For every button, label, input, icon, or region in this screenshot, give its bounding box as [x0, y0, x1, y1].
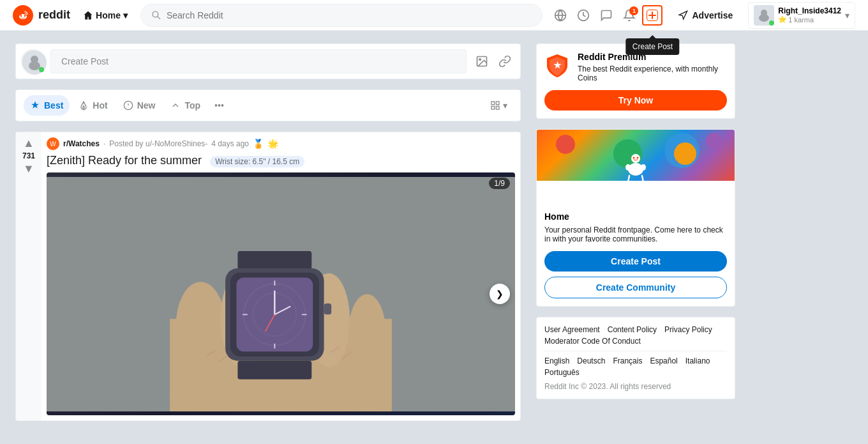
- create-post-icon-btn[interactable]: [642, 5, 662, 26]
- footer-card: User Agreement Content Policy Privacy Po…: [536, 317, 735, 399]
- svg-point-63: [625, 164, 631, 171]
- lang-francais[interactable]: Français: [613, 356, 642, 365]
- chat-icon-btn[interactable]: [596, 5, 617, 26]
- header: reddit Home ▾: [0, 0, 868, 31]
- planet-5: [706, 133, 722, 149]
- popular-icon-btn[interactable]: [550, 5, 571, 26]
- snoo-svg: [623, 153, 648, 181]
- layout-icon: [490, 100, 500, 111]
- home-nav-arrow: ▾: [123, 10, 128, 20]
- search-bar[interactable]: [140, 4, 543, 27]
- image-upload-icon-btn[interactable]: [472, 51, 492, 72]
- image-icon: [475, 55, 488, 68]
- lang-italiano[interactable]: Italiano: [685, 356, 710, 365]
- content-area: Create Post: [0, 31, 536, 444]
- home-card-title: Home: [544, 211, 727, 222]
- link-icon-btn[interactable]: [495, 51, 515, 72]
- create-post-sidebar-button[interactable]: Create Post: [544, 251, 727, 272]
- post-subreddit[interactable]: r/Watches: [63, 139, 100, 148]
- post-title[interactable]: [Zenith] Ready for the summer Wrist size…: [47, 154, 515, 167]
- post-image-container: 1/9 ❯: [47, 172, 515, 415]
- try-now-button[interactable]: Try Now: [544, 90, 727, 111]
- image-next-button[interactable]: ❯: [490, 284, 510, 304]
- search-input[interactable]: [167, 10, 532, 20]
- tab-best[interactable]: Best: [24, 95, 70, 116]
- coins-icon-btn[interactable]: [573, 5, 594, 26]
- svg-point-7: [25, 14, 26, 15]
- svg-text:★: ★: [553, 60, 562, 70]
- user-karma: ⭐ 1 karma: [778, 15, 841, 24]
- user-menu[interactable]: Right_Inside3412 ⭐ 1 karma ▾: [748, 2, 855, 29]
- new-icon: [123, 100, 133, 111]
- post-title-text: [Zenith] Ready for the summer: [47, 154, 202, 167]
- coins-icon: [577, 9, 590, 22]
- advertise-label: Advertise: [692, 10, 733, 20]
- tab-hot[interactable]: Hot: [72, 95, 114, 116]
- search-icon: [151, 10, 161, 20]
- svg-point-38: [348, 294, 385, 368]
- watch-image-svg: [47, 177, 515, 411]
- home-icon: [83, 10, 93, 20]
- tab-best-label: Best: [44, 100, 63, 111]
- advertise-button[interactable]: Advertise: [670, 6, 740, 24]
- upvote-button[interactable]: ▲: [23, 137, 34, 149]
- vote-count: 731: [22, 151, 35, 160]
- tab-top[interactable]: Top: [164, 95, 207, 116]
- premium-shield-icon: ★: [544, 52, 570, 77]
- logo[interactable]: reddit: [13, 5, 70, 26]
- tab-new[interactable]: New: [117, 95, 162, 116]
- create-post-avatar: [21, 49, 45, 73]
- header-icons: 1 Create Post: [550, 5, 662, 26]
- svg-point-5: [26, 13, 27, 14]
- footer-languages: English Deutsch Français Español Italian…: [544, 356, 727, 377]
- home-card: Home Your personal Reddit frontpage. Com…: [536, 129, 735, 307]
- footer-user-agreement[interactable]: User Agreement: [544, 325, 600, 334]
- lang-espanol[interactable]: Español: [650, 356, 677, 365]
- snoo-home: [623, 153, 648, 181]
- footer-copyright: Reddit Inc © 2023. All rights reserved: [544, 382, 727, 391]
- home-card-description: Your personal Reddit frontpage. Come her…: [544, 226, 727, 243]
- svg-rect-39: [237, 250, 311, 269]
- footer-privacy-policy[interactable]: Privacy Policy: [664, 325, 712, 334]
- home-card-content: Home Your personal Reddit frontpage. Com…: [537, 181, 735, 306]
- svg-point-60: [633, 157, 635, 159]
- username: Right_Inside3412: [778, 6, 841, 15]
- svg-rect-53: [237, 360, 311, 379]
- downvote-button[interactable]: ▼: [23, 163, 34, 174]
- lang-deutsch[interactable]: Deutsch: [577, 356, 605, 365]
- tab-more[interactable]: •••: [209, 95, 229, 116]
- view-toggle-arrow: ▾: [503, 100, 507, 111]
- lang-english[interactable]: English: [544, 356, 569, 365]
- lang-portugues[interactable]: Português: [544, 368, 580, 377]
- post-posted-by: Posted by u/-NoMoreShines-: [109, 139, 207, 148]
- plus-icon: [647, 10, 658, 21]
- svg-point-64: [641, 164, 646, 171]
- post-separator: ·: [103, 139, 105, 148]
- post-image[interactable]: [47, 172, 515, 415]
- create-post-tooltip: Create Post: [626, 38, 679, 55]
- create-post-input[interactable]: Create Post: [50, 49, 467, 73]
- post-time: 4 days ago: [211, 139, 249, 148]
- reddit-logo-icon: [13, 5, 33, 26]
- create-community-button[interactable]: Create Community: [544, 277, 727, 298]
- best-icon: [30, 100, 40, 111]
- planet-1: [556, 135, 575, 154]
- post-flair[interactable]: Wrist size: 6.5" / 16.5 cm: [210, 156, 304, 167]
- create-post-actions: [472, 51, 515, 72]
- notifications-icon-btn[interactable]: 1: [619, 5, 640, 26]
- feed-tabs: Best Hot New T: [15, 89, 521, 121]
- tab-top-label: Top: [184, 100, 200, 111]
- svg-line-66: [642, 176, 643, 181]
- footer-content-policy[interactable]: Content Policy: [608, 325, 657, 334]
- home-nav[interactable]: Home ▾: [78, 6, 133, 24]
- footer-moderator-code[interactable]: Moderator Code Of Conduct: [544, 337, 641, 346]
- user-info: Right_Inside3412 ⭐ 1 karma: [778, 6, 841, 24]
- svg-rect-30: [496, 106, 499, 109]
- svg-rect-52: [324, 303, 332, 314]
- chat-icon: [600, 9, 613, 22]
- footer-links: User Agreement Content Policy Privacy Po…: [544, 325, 727, 346]
- view-toggle[interactable]: ▾: [485, 96, 513, 114]
- popular-icon: [554, 9, 567, 22]
- post-body: W r/Watches · Posted by u/-NoMoreShines-…: [41, 132, 520, 420]
- footer-divider: [544, 351, 727, 351]
